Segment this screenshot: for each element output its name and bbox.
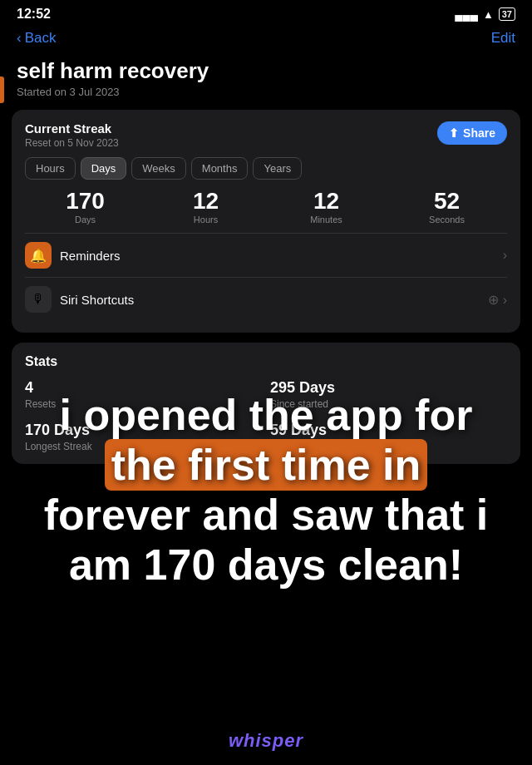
siri-left: 🎙 Siri Shortcuts	[25, 286, 134, 313]
stat-since-value: 295 Days	[270, 379, 507, 397]
page-subtitle: Started on 3 Jul 2023	[0, 86, 532, 110]
back-button[interactable]: ‹ Back	[17, 30, 56, 47]
share-button[interactable]: ⬆ Share	[437, 121, 507, 145]
tab-years[interactable]: Years	[253, 157, 302, 180]
siri-icon: 🎙	[25, 286, 52, 313]
stat-resets-value: 4	[25, 379, 262, 397]
status-icons: ▄▄▄ ▲ 37	[455, 7, 515, 21]
stat-minutes-label: Minutes	[266, 215, 387, 225]
reminders-chevron: ›	[503, 248, 507, 263]
stat-longest-streak: 170 Days Longest Streak	[25, 422, 262, 452]
nav-bar: ‹ Back Edit	[0, 25, 532, 55]
accent-bar	[0, 76, 4, 103]
stat-minutes: 12 Minutes	[266, 190, 387, 225]
stat-minutes-value: 12	[266, 190, 387, 213]
reminders-label: Reminders	[60, 249, 121, 263]
tab-days[interactable]: Days	[81, 157, 127, 180]
tab-weeks[interactable]: Weeks	[131, 157, 186, 180]
stat-longest-label: Longest Streak	[25, 441, 262, 452]
streak-card: Current Streak Reset on 5 Nov 2023 ⬆ Sha…	[12, 110, 520, 333]
share-label: Share	[463, 126, 495, 140]
stat-seconds-value: 52	[387, 190, 507, 213]
stat-average-label: Average Streak	[270, 441, 507, 452]
stat-average-streak: 59 Days Average Streak	[270, 422, 507, 452]
chevron-right-icon: ›	[503, 248, 507, 263]
stat-seconds-label: Seconds	[387, 215, 507, 225]
page-title: self harm recovery	[0, 55, 532, 86]
reminders-row[interactable]: 🔔 Reminders ›	[25, 233, 507, 277]
card-title: Current Streak	[25, 121, 119, 136]
status-bar: 12:52 ▄▄▄ ▲ 37	[0, 0, 532, 25]
stat-average-value: 59 Days	[270, 422, 507, 439]
back-label: Back	[25, 30, 57, 47]
stat-seconds: 52 Seconds	[387, 190, 507, 225]
wifi-icon: ▲	[483, 8, 494, 21]
whisper-logo: whisper	[0, 730, 532, 752]
streak-stats-row: 170 Days 12 Hours 12 Minutes 52 Seconds	[25, 190, 507, 225]
stat-days-label: Days	[25, 215, 145, 225]
share-icon: ⬆	[449, 126, 459, 140]
status-time: 12:52	[17, 7, 51, 22]
battery-icon: 37	[499, 7, 515, 21]
back-chevron-icon: ‹	[17, 30, 22, 47]
siri-shortcuts-row[interactable]: 🎙 Siri Shortcuts ⊕ ›	[25, 277, 507, 321]
overlay-line4: am 170 days clean!	[69, 540, 463, 589]
tab-hours[interactable]: Hours	[25, 157, 76, 180]
footer: whisper	[0, 720, 532, 765]
stat-hours-label: Hours	[145, 215, 266, 225]
stat-hours: 12 Hours	[145, 190, 266, 225]
signal-icon: ▄▄▄	[455, 8, 478, 21]
stat-resets-label: Resets	[25, 398, 262, 410]
card-header: Current Streak Reset on 5 Nov 2023 ⬆ Sha…	[25, 121, 507, 149]
siri-chevron-right-icon: ⊕ ›	[488, 292, 507, 308]
stat-days-value: 170	[25, 190, 145, 213]
edit-button[interactable]: Edit	[491, 30, 515, 47]
stats-grid: 4 Resets 295 Days Since started 170 Days…	[25, 379, 507, 452]
stat-longest-value: 170 Days	[25, 422, 262, 439]
stat-since-label: Since started	[270, 398, 507, 410]
tab-bar: Hours Days Weeks Months Years	[25, 157, 507, 180]
reminders-left: 🔔 Reminders	[25, 242, 121, 269]
stat-resets: 4 Resets	[25, 379, 262, 410]
stat-since-started: 295 Days Since started	[270, 379, 507, 410]
stats-card-title: Stats	[25, 354, 507, 369]
overlay-line3: forever and saw that i	[44, 491, 489, 539]
siri-chevron: ⊕ ›	[488, 292, 507, 308]
stat-hours-value: 12	[145, 190, 266, 213]
tab-months[interactable]: Months	[191, 157, 249, 180]
stat-days: 170 Days	[25, 190, 145, 225]
card-reset-label: Reset on 5 Nov 2023	[25, 137, 119, 149]
reminders-icon: 🔔	[25, 242, 52, 269]
siri-label: Siri Shortcuts	[60, 293, 134, 307]
stats-card: Stats 4 Resets 295 Days Since started 17…	[12, 343, 520, 464]
card-title-group: Current Streak Reset on 5 Nov 2023	[25, 121, 119, 149]
